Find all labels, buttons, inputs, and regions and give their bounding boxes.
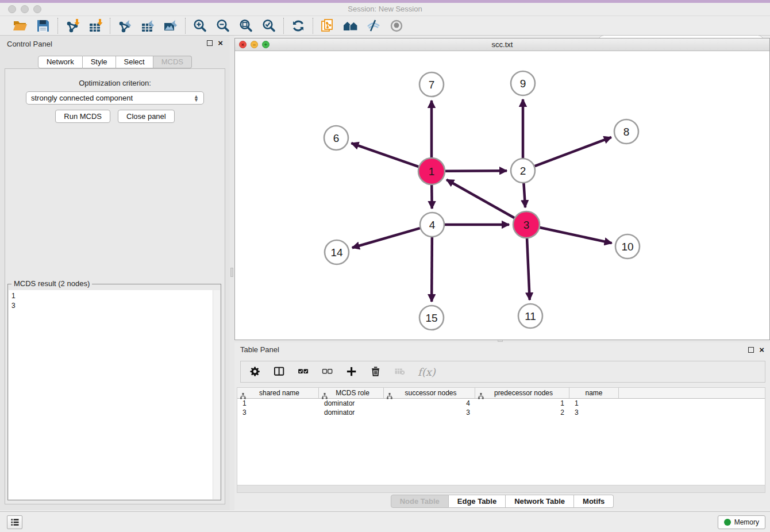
node-10[interactable]: 10 — [615, 234, 640, 259]
close-panel-button[interactable]: Close panel — [118, 110, 175, 123]
table-horizontal-scrollbar[interactable] — [237, 485, 765, 493]
zoom-view-button[interactable]: + — [262, 41, 270, 48]
network-canvas[interactable]: 7968124314101511 — [235, 51, 769, 340]
table-cell[interactable]: 2 — [475, 408, 569, 417]
mcds-result-box[interactable]: 13 — [9, 290, 220, 499]
table-row[interactable]: 3dominator323 — [237, 408, 765, 417]
new-network-from-selection-icon[interactable] — [320, 18, 335, 33]
edge-4-15[interactable] — [432, 237, 432, 302]
zoom-fit-icon[interactable] — [238, 18, 253, 33]
close-window-button[interactable] — [8, 5, 16, 13]
tab-node-table[interactable]: Node Table — [391, 495, 449, 508]
close-panel-icon[interactable]: × — [759, 345, 764, 354]
column-header-MCDS-role[interactable]: MCDS role — [319, 388, 384, 398]
result-line: 3 — [11, 301, 217, 311]
control-panel-tabs: NetworkStyleSelectMCDS — [0, 56, 230, 68]
column-header-name[interactable]: name — [569, 388, 619, 398]
tab-network-table[interactable]: Network Table — [506, 495, 574, 508]
open-file-icon[interactable] — [13, 18, 28, 33]
zoom-out-icon[interactable] — [215, 18, 230, 33]
tab-select[interactable]: Select — [116, 56, 153, 68]
divider-handle[interactable] — [230, 268, 233, 277]
minimize-view-button[interactable]: − — [251, 41, 258, 48]
float-panel-icon[interactable] — [748, 347, 754, 353]
column-header-predecessor-nodes[interactable]: predecessor nodes — [475, 388, 569, 398]
export-image-icon[interactable] — [163, 18, 178, 33]
edge-2-3[interactable] — [523, 183, 525, 207]
first-neighbors-icon[interactable] — [343, 18, 358, 33]
float-panel-icon[interactable] — [207, 40, 213, 46]
table-panel-header: Table Panel × — [234, 342, 770, 357]
select-all-columns-icon[interactable] — [297, 365, 310, 378]
zoom-window-button[interactable] — [33, 5, 41, 13]
column-header-shared-name[interactable]: shared name — [237, 388, 319, 398]
zoom-selected-icon[interactable] — [261, 18, 276, 33]
node-7[interactable]: 7 — [419, 72, 444, 97]
edge-3-11[interactable] — [527, 238, 530, 300]
import-table-icon[interactable] — [88, 18, 103, 33]
table-row[interactable]: 1dominator411 — [237, 399, 765, 408]
task-history-button[interactable] — [7, 515, 22, 529]
control-panel: Control Panel × NetworkStyleSelectMCDS O… — [0, 36, 230, 510]
network-window-titlebar[interactable]: ×−+ scc.txt — [235, 38, 769, 51]
column-label: name — [585, 389, 602, 397]
edge-3-10[interactable] — [540, 228, 611, 243]
table-cell[interactable]: 1 — [475, 399, 569, 408]
show-all-icon[interactable] — [389, 18, 404, 33]
table-cell[interactable]: dominator — [319, 399, 384, 408]
save-session-icon[interactable] — [36, 18, 51, 33]
node-4[interactable]: 4 — [420, 213, 444, 237]
tab-motifs[interactable]: Motifs — [574, 495, 614, 508]
hide-selected-icon[interactable] — [366, 18, 381, 33]
tab-style[interactable]: Style — [83, 56, 116, 68]
table-cell[interactable]: 3 — [237, 408, 319, 417]
column-header-successor-nodes[interactable]: successor nodes — [384, 388, 475, 398]
table-cell[interactable]: 3 — [384, 408, 475, 417]
tab-network[interactable]: Network — [38, 56, 83, 68]
export-network-icon[interactable] — [117, 18, 132, 33]
node-table: shared nameMCDS rolesuccessor nodesprede… — [237, 387, 765, 485]
edge-1-6[interactable] — [351, 143, 418, 167]
tab-edge-table[interactable]: Edge Table — [449, 495, 506, 508]
add-row-icon[interactable] — [345, 365, 358, 378]
zoom-in-icon[interactable] — [192, 18, 207, 33]
edge-2-8[interactable] — [535, 137, 611, 166]
edge-1-2[interactable] — [445, 171, 507, 171]
table-cell[interactable]: dominator — [319, 408, 384, 417]
vertical-split-divider[interactable] — [230, 36, 234, 510]
node-15[interactable]: 15 — [419, 306, 444, 330]
node-11[interactable]: 11 — [518, 304, 542, 328]
memory-label: Memory — [734, 518, 759, 526]
node-1[interactable]: 1 — [418, 158, 445, 184]
result-scrollbar[interactable] — [213, 290, 220, 499]
node-3[interactable]: 3 — [513, 211, 540, 238]
memory-button[interactable]: Memory — [718, 515, 765, 529]
close-panel-icon[interactable]: × — [218, 38, 223, 48]
criterion-select[interactable]: strongly connected component ▲▼ — [26, 91, 204, 105]
table-cell[interactable]: 4 — [384, 399, 475, 408]
export-table-icon[interactable] — [140, 18, 155, 33]
node-6[interactable]: 6 — [324, 126, 348, 150]
node-8[interactable]: 8 — [614, 119, 638, 144]
table-cell[interactable]: 3 — [569, 408, 619, 417]
edge-3-1[interactable] — [446, 180, 514, 218]
result-line: 1 — [11, 291, 217, 301]
node-2[interactable]: 2 — [511, 159, 535, 183]
import-network-icon[interactable] — [65, 18, 80, 33]
tab-mcds[interactable]: MCDS — [153, 56, 192, 68]
refresh-view-icon[interactable] — [291, 18, 306, 33]
node-14[interactable]: 14 — [325, 240, 349, 264]
table-cell[interactable]: 1 — [237, 399, 319, 408]
close-view-button[interactable]: × — [239, 41, 247, 48]
split-panel-icon[interactable] — [273, 365, 286, 378]
minimize-window-button[interactable] — [21, 5, 29, 13]
run-mcds-button[interactable]: Run MCDS — [55, 110, 110, 123]
edge-4-14[interactable] — [352, 228, 420, 248]
delete-row-icon[interactable] — [369, 365, 382, 378]
network-graph[interactable]: 7968124314101511 — [235, 51, 769, 340]
table-cell[interactable]: 1 — [569, 399, 619, 408]
node-label: 11 — [525, 310, 536, 322]
table-settings-icon[interactable] — [249, 365, 261, 378]
deselect-all-columns-icon[interactable] — [321, 365, 334, 378]
node-9[interactable]: 9 — [511, 71, 535, 95]
